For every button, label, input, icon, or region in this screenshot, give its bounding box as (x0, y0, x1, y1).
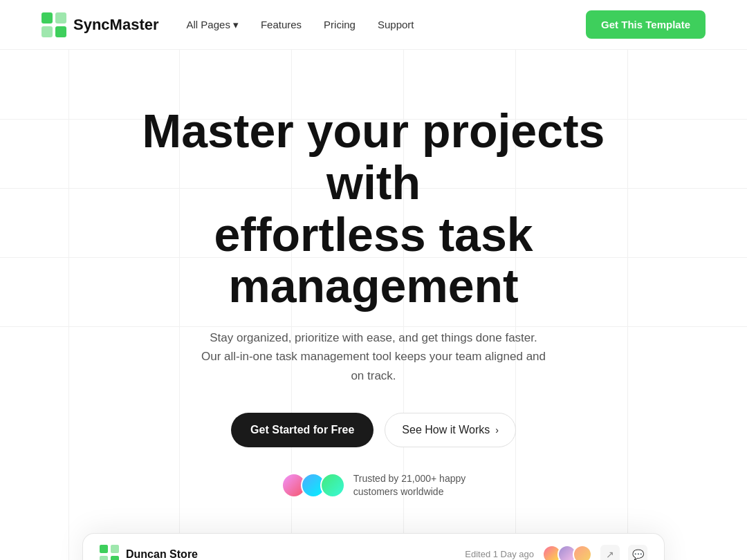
cta-row: Get Started for Free See How it Works › (42, 413, 706, 447)
app-logo-icon (100, 545, 119, 560)
hero-section: Master your projects with effortless tas… (0, 50, 747, 560)
get-started-button[interactable]: Get Started for Free (231, 413, 374, 447)
hero-content: Master your projects with effortless tas… (42, 105, 706, 499)
edited-text: Edited 1 Day ago (465, 549, 534, 559)
nav-pricing[interactable]: Pricing (324, 19, 356, 30)
app-title: Duncan Store (126, 548, 198, 560)
comment-icon[interactable]: 💬 (628, 545, 647, 560)
share-icon[interactable]: ↗ (600, 545, 620, 560)
trust-text: Trusted by 21,000+ happy customers world… (353, 472, 466, 499)
nav-support[interactable]: Support (378, 19, 414, 30)
app-logo-row: Duncan Store (100, 545, 198, 560)
svg-rect-4 (100, 545, 108, 553)
trust-row: Trusted by 21,000+ happy customers world… (42, 472, 706, 499)
svg-rect-7 (111, 556, 119, 560)
app-header: Duncan Store Edited 1 Day ago ↗ 💬 (83, 534, 664, 560)
see-how-works-button[interactable]: See How it Works › (385, 413, 516, 447)
get-template-button[interactable]: Get This Template (586, 10, 706, 39)
app-header-avatars (542, 545, 592, 560)
hero-title: Master your projects with effortless tas… (131, 105, 616, 312)
chevron-right-icon: › (495, 424, 499, 436)
avatar (573, 545, 592, 560)
app-preview: Duncan Store Edited 1 Day ago ↗ 💬 ⊞ ☰ ◎ … (83, 534, 664, 560)
avatar (320, 473, 345, 498)
nav-links: All Pages ▾ Features Pricing Support (187, 19, 414, 31)
nav-all-pages[interactable]: All Pages ▾ (187, 19, 239, 31)
nav-features[interactable]: Features (261, 19, 302, 30)
svg-rect-6 (100, 556, 108, 560)
navbar: SyncMaster All Pages ▾ Features Pricing … (0, 0, 747, 50)
logo-icon (42, 12, 66, 37)
trust-avatars (282, 473, 345, 498)
svg-rect-1 (55, 12, 66, 24)
logo[interactable]: SyncMaster (42, 12, 159, 37)
nav-left: SyncMaster All Pages ▾ Features Pricing … (42, 12, 414, 37)
svg-rect-3 (55, 26, 66, 37)
chevron-down-icon: ▾ (233, 19, 239, 31)
svg-rect-2 (42, 26, 53, 37)
svg-rect-5 (111, 545, 119, 553)
logo-text: SyncMaster (73, 16, 159, 34)
app-header-right: Edited 1 Day ago ↗ 💬 (465, 545, 647, 560)
hero-subtitle: Stay organized, prioritize with ease, an… (201, 328, 546, 385)
svg-rect-0 (42, 12, 53, 24)
